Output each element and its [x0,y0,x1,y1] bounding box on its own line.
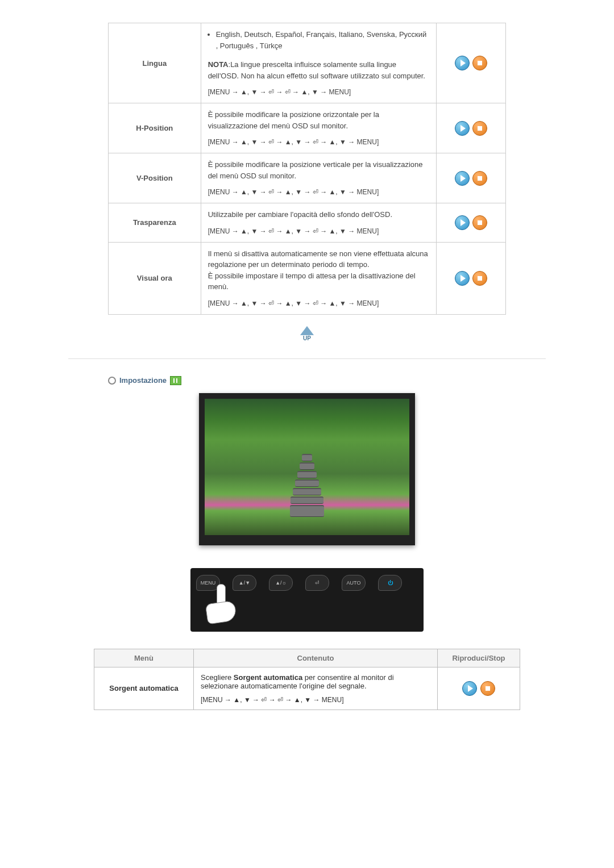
nota-label: NOTA [208,60,229,69]
bright-hw-button: ▲/☼ [269,575,293,591]
play-icon[interactable] [455,271,470,286]
col-content-header: Contenuto [194,649,438,667]
impostazione-table: Menù Contenuto Riproduci/Stop Sorgent au… [94,649,520,710]
hposition-sequence: [MENU → ▲, ▼ → ⏎ → ▲, ▼ → ⏎ → ▲, ▼ → MEN… [208,137,429,147]
vposition-desc: È possibile modificare la posizione vert… [208,159,429,181]
trasparenza-desc: Utilizzabile per cambiare l'opacità dell… [208,209,429,220]
stop-icon[interactable] [480,681,495,696]
stop-icon[interactable] [472,171,487,186]
up-link[interactable]: UP [296,326,318,341]
divider [68,358,546,359]
menu-trasparenza-label: Trasparenza [109,203,201,243]
menu-hposition-label: H-Position [109,103,201,153]
stop-icon[interactable] [472,121,487,136]
play-icon[interactable] [455,121,470,136]
monitor-preview [199,393,415,545]
lingua-content: English, Deutsch, Español, Français, Ita… [201,23,436,103]
nota-text: :La lingue prescelta influisce solamente… [208,60,425,80]
stop-icon[interactable] [472,215,487,230]
sorgent-bold: Sorgent automatica [234,673,302,682]
col-menu-header: Menù [94,649,194,667]
visualora-sequence: [MENU → ▲, ▼ → ⏎ → ▲, ▼ → ⏎ → ▲, ▼ → MEN… [208,298,429,308]
visualora-desc: Il menù si disattiva automaticamente se … [208,248,429,293]
menu-visualora-label: Visual ora [109,242,201,314]
language-list: English, Deutsch, Español, Français, Ita… [216,29,429,51]
menu-lingua-label: Lingua [109,23,201,103]
up-arrow-icon [300,326,314,335]
up-label: UP [296,335,318,341]
col-play-header: Riproduci/Stop [438,649,520,667]
vposition-content: È possibile modificare la posizione vert… [201,153,436,203]
sorgent-content: Scegliere Sorgent automatica per consent… [194,667,438,710]
hand-pointer-icon [201,584,240,624]
visualora-content: Il menù si disattiva automaticamente se … [201,242,436,314]
bullet-icon [108,377,116,385]
trasparenza-sequence: [MENU → ▲, ▼ → ⏎ → ▲, ▼ → ⏎ → ▲, ▼ → MEN… [208,226,429,236]
pagoda-graphic [290,454,324,518]
sorgent-sequence: [MENU → ▲, ▼ → ⏎ → ⏎ → ▲, ▼ → MENU] [201,696,430,704]
trasparenza-content: Utilizzabile per cambiare l'opacità dell… [201,203,436,243]
auto-hw-button: AUTO [342,575,366,591]
monitor-buttons-illustration: MENU ▲/▼ ▲/☼ ⏎ AUTO ⏻ [190,568,424,632]
hposition-desc: È possibile modificare la posizione oriz… [208,109,429,131]
play-icon[interactable] [462,681,477,696]
monitor-screen-image [205,399,409,535]
settings-sliders-icon [170,376,181,385]
lingua-sequence: [MENU → ▲, ▼ → ⏎ → ⏎ → ▲, ▼ → MENU] [208,87,429,97]
menu-vposition-label: V-Position [109,153,201,203]
play-icon[interactable] [455,215,470,230]
play-icon[interactable] [455,56,470,70]
vposition-sequence: [MENU → ▲, ▼ → ⏎ → ▲, ▼ → ⏎ → ▲, ▼ → MEN… [208,187,429,197]
sorgent-label: Sorgent automatica [94,667,194,710]
hposition-content: È possibile modificare la posizione oriz… [201,103,436,153]
stop-icon[interactable] [472,56,487,70]
stop-icon[interactable] [472,271,487,286]
section-title: Impostazione [119,376,167,385]
osd-settings-table: Lingua English, Deutsch, Español, França… [108,23,506,315]
power-hw-button: ⏻ [378,575,402,591]
sorgent-pre: Scegliere [201,673,234,682]
enter-hw-button: ⏎ [305,575,329,591]
play-icon[interactable] [455,171,470,186]
